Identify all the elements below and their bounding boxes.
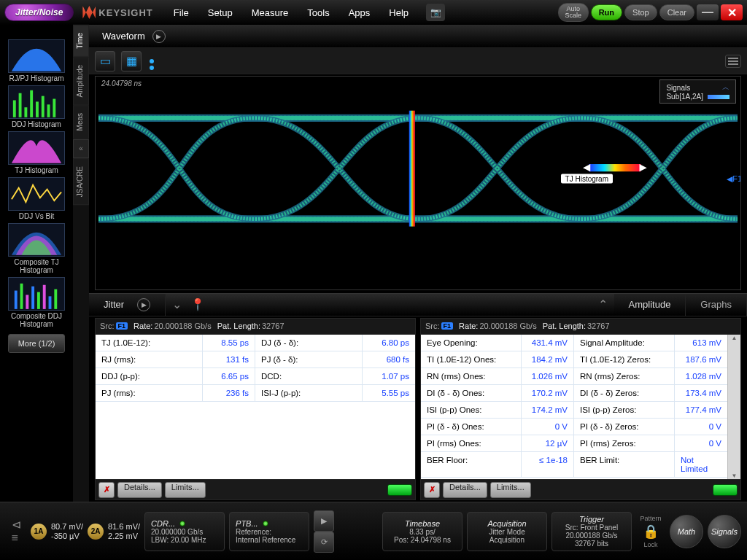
signals-button[interactable]: Signals	[708, 515, 741, 548]
table-row: BER Floor:≤ 1e-18BER Limit:Not Limited	[421, 452, 727, 478]
side-tabs: Time Amplitude Meas « JSA/CRE	[73, 25, 89, 502]
minimize-button[interactable]: —	[697, 4, 719, 20]
results-pin-button[interactable]: 📍	[187, 294, 208, 316]
thumb-composite-tj-histogram[interactable]: Composite TJ Histogram	[4, 223, 69, 274]
svg-rect-6	[47, 104, 50, 117]
table-row: TJ (1.0E-12):8.55 psDJ (δ - δ):6.80 ps	[96, 335, 415, 351]
mode-pill[interactable]: Jitter/Noise	[4, 4, 74, 21]
status-bar: ⊲≡ 1A 80.7 mV/-350 µV 2A 81.6 mV/2.25 mV…	[0, 502, 747, 560]
nav-sync-button[interactable]: ⟳	[314, 532, 334, 553]
menu-help[interactable]: Help	[380, 3, 417, 23]
autoscale-button[interactable]: Auto Scale	[558, 3, 589, 22]
svg-rect-3	[30, 90, 33, 117]
clear-button[interactable]: Clear	[659, 4, 694, 20]
table-row: ISI (p-p) Ones:174.2 mVISI (p-p) Zeros:1…	[421, 402, 727, 419]
results-expand-button[interactable]: ⌃	[592, 294, 614, 316]
brand-logo: KEYSIGHT	[82, 6, 152, 19]
lock-icon: 🔒	[643, 524, 659, 540]
eye-diagram-svg	[98, 82, 738, 253]
jitter-limits-button[interactable]: Limits...	[165, 482, 206, 498]
svg-rect-8	[15, 291, 18, 309]
cdr-box[interactable]: CDR... 20.000000 Gb/s LBW: 20.00 MHz	[144, 512, 225, 551]
nav-buttons: ▶ ⟳	[314, 510, 334, 553]
svg-rect-20	[409, 111, 415, 227]
screenshot-button[interactable]: 📷	[426, 4, 445, 21]
amplitude-panel-header: Src:F1 Rate:20.000188 Gb/s Pat. Length:3…	[421, 319, 740, 335]
timebase-box[interactable]: Timebase 8.33 ps/ Pos: 24.04798 ns	[382, 512, 462, 551]
table-row: RN (rms) Ones:1.026 mVRN (rms) Zeros:1.0…	[421, 368, 727, 385]
trigger-box[interactable]: Trigger Src: Front Panel 20.000188 Gb/s …	[551, 512, 632, 551]
tab-jitter[interactable]: Jitter ▶	[89, 294, 166, 316]
menu-setup[interactable]: Setup	[199, 3, 241, 23]
tab-graphs[interactable]: Graphs	[686, 294, 747, 316]
svg-rect-14	[49, 296, 52, 309]
stop-button[interactable]: Stop	[624, 4, 657, 20]
nav-next-button[interactable]: ▶	[314, 510, 334, 532]
menu-file[interactable]: File	[165, 3, 198, 23]
thumb-composite-ddj-histogram[interactable]: Composite DDJ Histogram	[4, 277, 69, 328]
results-collapse-button[interactable]: ⌄	[166, 294, 187, 316]
pattern-lock[interactable]: Pattern 🔒 Lock	[636, 515, 665, 548]
channel-dots-icon	[150, 59, 154, 63]
svg-rect-12	[37, 292, 40, 308]
more-thumbs-button[interactable]: More (1/2)	[8, 334, 65, 353]
table-row: RJ (rms):131 fsPJ (δ - δ):680 fs	[96, 351, 415, 368]
waveform-menu-button[interactable]	[725, 55, 741, 68]
waveform-play-button[interactable]: ▶	[152, 30, 166, 43]
svg-rect-0	[13, 100, 16, 117]
eye-diagram[interactable]: 24.04798 ns	[95, 76, 741, 290]
svg-rect-2	[24, 107, 27, 117]
thumb-rj-pj-histogram[interactable]: RJ/PJ Histogram	[4, 39, 69, 82]
svg-rect-10	[26, 295, 28, 308]
amplitude-details-button[interactable]: Details...	[443, 482, 487, 498]
jitter-play-icon[interactable]: ▶	[137, 298, 150, 311]
table-row: Eye Opening:431.4 mVSignal Amplitude:613…	[421, 335, 727, 351]
menu-apps[interactable]: Apps	[340, 3, 379, 23]
f1-marker: ◀F1	[727, 174, 741, 184]
menu-measure[interactable]: Measure	[243, 3, 298, 23]
amplitude-grid: Eye Opening:431.4 mVSignal Amplitude:613…	[421, 335, 727, 479]
svg-rect-4	[36, 101, 39, 117]
svg-rect-1	[19, 93, 22, 117]
menubar: Jitter/Noise KEYSIGHT File Setup Measure…	[0, 0, 747, 25]
acquisition-box[interactable]: Acquisition Jitter Mode Acquisition	[467, 512, 547, 551]
channel-2a[interactable]: 2A 81.6 mV/2.25 mV	[88, 522, 140, 541]
side-collapse-button[interactable]: «	[73, 139, 89, 158]
table-row: PJ (rms):236 fsISI-J (p-p):5.55 ps	[96, 385, 415, 402]
table-row: DDJ (p-p):6.65 psDCD:1.07 ps	[96, 368, 415, 385]
amplitude-limits-button[interactable]: Limits...	[490, 482, 531, 498]
close-button[interactable]: ✕	[721, 4, 743, 20]
quad-pane-button[interactable]: ▦	[121, 51, 142, 71]
amplitude-scrollbar[interactable]	[727, 335, 740, 479]
thumb-ddj-histogram[interactable]: DDJ Histogram	[4, 85, 69, 128]
svg-rect-5	[42, 96, 44, 117]
thumb-tj-histogram[interactable]: TJ Histogram	[4, 131, 69, 174]
main-menu: File Setup Measure Tools Apps Help	[165, 3, 417, 23]
ptb-box[interactable]: PTB... Reference: Internal Reference	[229, 512, 309, 551]
svg-rect-9	[20, 284, 23, 309]
signal-legend[interactable]: Signals︿ Sub[1A,2A]	[659, 79, 736, 104]
legend-swatch	[708, 95, 729, 99]
jitter-details-button[interactable]: Details...	[117, 482, 162, 498]
graph-thumbnails: RJ/PJ Histogram DDJ Histogram TJ Histogr…	[0, 25, 73, 502]
jitter-close-button[interactable]: ✗	[98, 482, 115, 498]
svg-rect-7	[53, 99, 55, 117]
side-tab-meas[interactable]: Meas	[73, 105, 89, 139]
side-tab-jsa-cre[interactable]: JSA/CRE	[73, 158, 89, 205]
channel-1a[interactable]: 1A 80.7 mV/-350 µV	[31, 522, 83, 541]
tab-amplitude[interactable]: Amplitude	[614, 294, 686, 316]
math-button[interactable]: Math	[670, 515, 703, 548]
amplitude-close-button[interactable]: ✗	[424, 482, 440, 498]
svg-rect-21	[589, 164, 640, 171]
table-row: PI (δ - δ) Ones:0 VPI (δ - δ) Zeros:0 V	[421, 419, 727, 435]
menu-tools[interactable]: Tools	[298, 3, 338, 23]
single-pane-button[interactable]: ▭	[95, 51, 115, 71]
side-tab-time[interactable]: Time	[73, 25, 89, 57]
lock-icon	[263, 521, 268, 526]
status-expand-button[interactable]: ⊲≡	[6, 514, 26, 549]
run-button[interactable]: Run	[591, 4, 622, 20]
jitter-panel-header: Src:F1 Rate:20.000188 Gb/s Pat. Length:3…	[96, 319, 415, 335]
thumb-ddj-vs-bit[interactable]: DDJ Vs Bit	[4, 177, 69, 220]
jitter-grid: TJ (1.0E-12):8.55 psDJ (δ - δ):6.80 psRJ…	[96, 335, 415, 479]
side-tab-amplitude[interactable]: Amplitude	[73, 57, 89, 105]
